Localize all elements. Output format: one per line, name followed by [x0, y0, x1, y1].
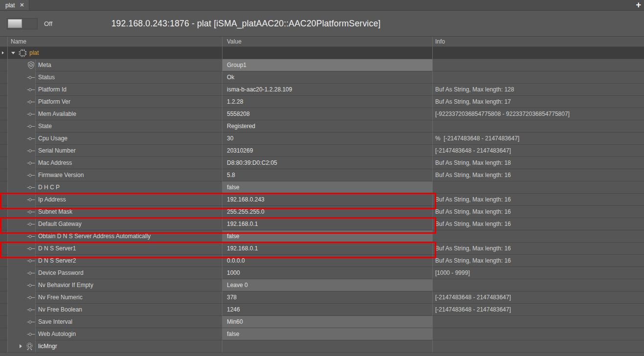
collapse-arrow-icon[interactable] [11, 52, 15, 54]
row-name-cell: D N S Server1 [35, 243, 222, 255]
row-gutter [0, 328, 8, 340]
table-row[interactable]: D N S Server2 0.0.0.0 Buf As String, Max… [0, 255, 644, 267]
row-value-cell[interactable]: 378 [222, 291, 433, 304]
row-info-cell [433, 120, 644, 133]
row-info-cell: Buf As String, Max length: 16 [433, 206, 644, 218]
table-row[interactable]: Device Password 1000 [1000 - 9999] [0, 267, 644, 279]
header-corner [0, 37, 8, 47]
table-row[interactable]: Nv Behavior If Empty Leave 0 [0, 279, 644, 291]
table-row[interactable]: D H C P false [0, 181, 644, 194]
row-indent [8, 133, 35, 145]
table-row[interactable]: State Registered [0, 120, 644, 133]
row-indent [8, 218, 35, 230]
property-icon [27, 257, 35, 265]
property-icon [27, 293, 35, 302]
column-header-info[interactable]: Info [433, 37, 644, 47]
row-indent [8, 108, 35, 120]
column-header-value[interactable]: Value [222, 37, 433, 47]
row-info-cell: [-2147483648 - 2147483647] [433, 304, 644, 316]
table-row[interactable]: Platform Ver 1.2.28 Buf As String, Max l… [0, 96, 644, 108]
add-tab-button[interactable]: + [636, 0, 641, 10]
row-value-cell[interactable]: false [222, 328, 433, 340]
table-row[interactable]: Status Ok [0, 71, 644, 84]
table-row[interactable]: Web Autologin false [0, 328, 644, 340]
row-value-cell[interactable]: 255.255.255.0 [222, 206, 433, 218]
tab-plat[interactable]: plat ✕ [0, 0, 29, 10]
row-value-cell[interactable]: 20310269 [222, 145, 433, 157]
table-row[interactable]: Ip Address 192.168.0.243 Buf As String, … [0, 194, 644, 206]
row-indent [8, 59, 35, 71]
table-row[interactable]: Mac Address D8:80:39:D0:C2:05 Buf As Str… [0, 157, 644, 169]
row-info-cell [433, 328, 644, 340]
table-row[interactable]: Platform Id isma-b-aac20-1.2.28.109 Buf … [0, 84, 644, 96]
row-value-cell[interactable] [222, 340, 433, 353]
row-name-label: Nv Behavior If Empty [38, 282, 93, 289]
expand-arrow-icon[interactable] [20, 344, 22, 348]
row-info-cell [433, 230, 644, 243]
row-name-label: D H C P [38, 184, 60, 191]
row-value-cell[interactable]: 192.168.0.1 [222, 218, 433, 230]
table-row[interactable]: Nv Free Numeric 378 [-2147483648 - 21474… [0, 291, 644, 304]
row-name-cell: Mac Address [35, 157, 222, 169]
row-gutter [0, 133, 8, 145]
row-value-cell[interactable]: 1246 [222, 304, 433, 316]
table-row[interactable]: Obtain D N S Server Address Automaticall… [0, 230, 644, 243]
row-value-cell[interactable]: false [222, 230, 433, 243]
table-row[interactable]: D N S Server1 192.168.0.1 Buf As String,… [0, 243, 644, 255]
power-toggle[interactable] [7, 18, 38, 29]
row-value-cell[interactable]: Ok [222, 71, 433, 84]
table-row[interactable]: Mem Available 5558208 [-9223372036854775… [0, 108, 644, 120]
table-row[interactable]: Firmware Version 5.8 Buf As String, Max … [0, 169, 644, 181]
row-value-cell[interactable]: Min60 [222, 316, 433, 328]
table-row[interactable]: Subnet Mask 255.255.255.0 Buf As String,… [0, 206, 644, 218]
tab-close-icon[interactable]: ✕ [20, 2, 24, 8]
table-row[interactable]: Default Gateway 192.168.0.1 Buf As Strin… [0, 218, 644, 230]
row-name-label: D N S Server1 [38, 245, 76, 252]
table-row[interactable]: Nv Free Boolean 1246 [-2147483648 - 2147… [0, 304, 644, 316]
row-value-cell[interactable]: 5558208 [222, 108, 433, 120]
row-gutter [0, 47, 8, 59]
table-row[interactable]: Serial Number 20310269 [-2147483648 - 21… [0, 145, 644, 157]
property-icon [27, 73, 35, 82]
row-name-label: Subnet Mask [38, 208, 72, 215]
row-value-cell[interactable]: Group1 [222, 59, 433, 71]
row-value-cell[interactable]: 30 [222, 133, 433, 145]
table-row[interactable]: Save Interval Min60 [0, 316, 644, 328]
row-name-label: Mac Address [38, 159, 72, 166]
row-info-cell [433, 340, 644, 353]
app-window: plat ✕ + Off 192.168.0.243:1876 - plat [… [0, 0, 644, 356]
row-value-cell[interactable]: false [222, 181, 433, 194]
row-gutter [0, 59, 8, 71]
row-value-cell[interactable]: D8:80:39:D0:C2:05 [222, 157, 433, 169]
row-value-cell[interactable]: 192.168.0.243 [222, 194, 433, 206]
row-name-cell: licMngr [35, 340, 222, 353]
row-value-cell[interactable]: isma-b-aac20-1.2.28.109 [222, 84, 433, 96]
property-icon [27, 318, 35, 326]
row-value-cell[interactable] [222, 47, 433, 59]
row-value-cell[interactable]: 1.2.28 [222, 96, 433, 108]
row-value-cell[interactable]: Leave 0 [222, 279, 433, 291]
row-name-cell: Serial Number [35, 145, 222, 157]
row-value-cell[interactable]: 192.168.0.1 [222, 243, 433, 255]
column-header-name[interactable]: Name [8, 37, 222, 47]
row-name-cell: Nv Free Numeric [35, 291, 222, 304]
row-value-cell[interactable]: Registered [222, 120, 433, 133]
property-icon [27, 147, 35, 155]
row-gutter [0, 84, 8, 96]
row-gutter [0, 71, 8, 84]
property-icon [27, 196, 35, 204]
row-value-cell[interactable]: 5.8 [222, 169, 433, 181]
table-row[interactable]: plat [0, 47, 644, 59]
row-gutter [0, 340, 8, 353]
power-toggle-knob[interactable] [8, 19, 22, 28]
table-row[interactable]: Cpu Usage 30 % [-2147483648 - 2147483647… [0, 133, 644, 145]
row-name-label: Platform Ver [38, 98, 70, 105]
table-row[interactable]: licMngr [0, 340, 644, 353]
row-indent [8, 230, 35, 243]
row-name-cell: Save Interval [35, 316, 222, 328]
row-value-cell[interactable]: 1000 [222, 267, 433, 279]
row-value-cell[interactable]: 0.0.0.0 [222, 255, 433, 267]
row-indent [8, 157, 35, 169]
table-row[interactable]: Meta Group1 [0, 59, 644, 71]
row-gutter [0, 230, 8, 243]
